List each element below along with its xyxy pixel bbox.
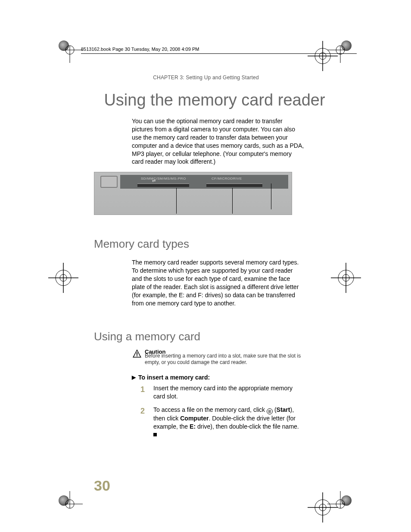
slot2-label: CF/MICRODRIVE xyxy=(212,177,242,180)
crop-mark-br xyxy=(327,491,353,517)
intro-paragraph: You can use the optional memory card rea… xyxy=(132,117,304,166)
slot1-graphic xyxy=(137,184,189,187)
svg-rect-31 xyxy=(137,355,137,356)
power-button-graphic xyxy=(100,176,118,188)
step-2-edrive: E: xyxy=(190,423,196,430)
end-of-task-icon xyxy=(153,433,157,436)
step-2-text-a: To access a file on the memory card, cli… xyxy=(153,406,267,413)
step-2-start: Start xyxy=(277,406,290,413)
step-2-text-e: drive), then double-click the file name. xyxy=(196,423,299,430)
callout-line-1 xyxy=(176,188,177,214)
register-mark-left xyxy=(48,263,78,295)
step-1-text: Insert the memory card into the appropri… xyxy=(153,385,293,400)
caution-icon xyxy=(132,348,142,359)
steps-list: Insert the memory card into the appropri… xyxy=(140,384,304,439)
card-reader-figure: ⇄ SD/MMC/SM/MS/MS-PRO CF/MICRODRIVE xyxy=(94,172,292,215)
step-2: To access a file on the memory card, cli… xyxy=(140,406,304,439)
page-number: 30 xyxy=(94,477,110,494)
step-2-computer: Computer xyxy=(180,415,209,422)
reader-faceplate: ⇄ SD/MMC/SM/MS/MS-PRO CF/MICRODRIVE xyxy=(120,175,288,189)
task-heading: ▶To insert a memory card: xyxy=(132,374,335,381)
page-content: 8513162.book Page 30 Tuesday, May 20, 20… xyxy=(77,47,335,444)
windows-start-icon: ⊞ xyxy=(267,408,273,414)
task-head-text: To insert a memory card: xyxy=(138,374,210,381)
running-head: 8513162.book Page 30 Tuesday, May 20, 20… xyxy=(81,47,357,54)
svg-rect-30 xyxy=(137,352,137,355)
crop-mark-bl xyxy=(57,491,83,517)
slot2-graphic xyxy=(206,184,262,187)
triangle-bullet-icon: ▶ xyxy=(132,374,136,380)
section-title: Using the memory card reader xyxy=(94,91,335,109)
callout-line-3 xyxy=(271,184,271,209)
callout-line-2 xyxy=(232,188,233,214)
memory-card-types-body: The memory card reader supports several … xyxy=(132,258,304,307)
subhead-memory-card-types: Memory card types xyxy=(94,237,335,251)
caution-text: Before inserting a memory card into a sl… xyxy=(145,353,301,366)
slot1-label: SD/MMC/SM/MS/MS-PRO xyxy=(141,177,186,180)
step-2-text-b: ( xyxy=(273,406,277,413)
step-1: Insert the memory card into the appropri… xyxy=(140,384,304,401)
subhead-using-memory-card: Using a memory card xyxy=(94,330,335,343)
register-mark-right xyxy=(331,263,361,295)
caution-box: Caution Before inserting a memory card i… xyxy=(132,348,304,366)
chapter-label: CHAPTER 3: Setting Up and Getting Starte… xyxy=(77,75,335,81)
